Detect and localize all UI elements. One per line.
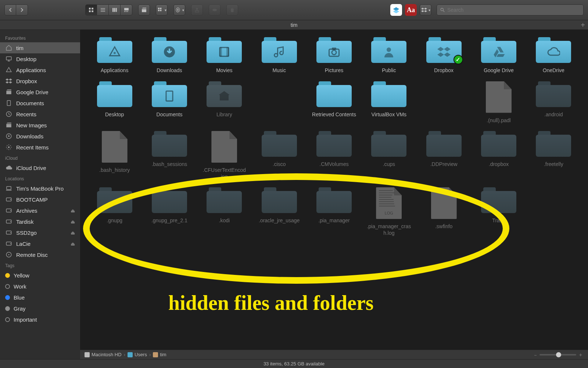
list-view-button[interactable] [97, 4, 109, 15]
sidebar-item-label: Recent Items [16, 144, 49, 151]
file-item[interactable]: .bash_sessions [144, 131, 195, 180]
arrange-button[interactable]: ▾ [156, 4, 168, 15]
file-item[interactable]: Library [199, 81, 250, 124]
file-item[interactable]: Applications [89, 37, 140, 74]
eject-icon[interactable]: ⏏ [71, 230, 75, 236]
sidebar-item-tim[interactable]: tim [0, 42, 80, 53]
forward-button[interactable] [16, 4, 28, 15]
file-item[interactable]: Trash [473, 187, 524, 236]
file-item[interactable]: Movies [199, 37, 250, 74]
file-item[interactable]: .kodi [199, 187, 250, 236]
file-item[interactable]: LOG.pia_manager_crash.log [363, 187, 415, 236]
path-crumb[interactable]: Macintosh HD [85, 352, 122, 357]
back-button[interactable] [4, 4, 16, 15]
file-item[interactable]: Dropbox [418, 37, 469, 74]
file-item[interactable]: .dropbox [473, 131, 524, 180]
app-icon-dictionary[interactable]: Aa [405, 4, 417, 16]
file-item[interactable]: .gnupg [89, 187, 140, 236]
sidebar-item-archives[interactable]: Archives⏏ [0, 205, 80, 216]
file-item[interactable]: Documents [144, 81, 195, 124]
sidebar-item-yellow[interactable]: Yellow [0, 270, 80, 281]
path-crumb[interactable]: tim [153, 352, 166, 357]
file-item[interactable]: VirtualBox VMs [363, 81, 415, 124]
icon-size-slider[interactable]: – + [534, 352, 582, 358]
search-field-wrap[interactable] [437, 4, 584, 15]
file-item[interactable]: .cups [363, 131, 415, 180]
svg-rect-12 [126, 11, 127, 12]
dropbox-menu-button[interactable]: ▾ [420, 4, 431, 15]
file-item[interactable]: .oracle_jre_usage [254, 187, 305, 236]
file-item[interactable]: Music [254, 37, 305, 74]
file-item[interactable]: .pia_manager [308, 187, 359, 236]
sidebar-item-downloads[interactable]: Downloads [0, 131, 80, 142]
sidebar-item-label: Recents [16, 111, 36, 117]
icon-view-button[interactable] [85, 4, 97, 15]
eject-icon[interactable]: ⏏ [71, 241, 75, 247]
group-button[interactable] [138, 4, 150, 15]
sidebar-item-work[interactable]: Work [0, 281, 80, 292]
file-label: .oracle_jre_usage [259, 217, 300, 224]
folder-icon [481, 187, 516, 213]
file-item[interactable]: Desktop [89, 81, 140, 124]
tags-button[interactable] [209, 4, 220, 15]
sidebar-item-remote-disc[interactable]: Remote Disc [0, 249, 80, 260]
sidebar-item-dropbox[interactable]: Dropbox [0, 75, 80, 86]
file-item[interactable]: OneDrive [528, 37, 579, 74]
svg-rect-14 [158, 8, 159, 9]
app-icon-1[interactable] [390, 4, 402, 16]
file-item[interactable]: .CMVolumes [308, 131, 359, 180]
search-input[interactable] [447, 7, 580, 13]
file-item[interactable]: .(null).padl [473, 81, 524, 124]
sidebar-item-label: Dropbox [16, 78, 37, 84]
file-item[interactable]: Public [363, 37, 415, 74]
file-item[interactable]: Downloads [144, 37, 195, 74]
action-button[interactable]: ▾ [173, 4, 185, 15]
sidebar-item-tardisk[interactable]: Tardisk⏏ [0, 216, 80, 227]
sidebar-item-applications[interactable]: Applications [0, 64, 80, 75]
column-view-button[interactable] [109, 4, 121, 15]
file-label: Applications [101, 67, 129, 74]
eject-icon[interactable]: ⏏ [71, 219, 75, 224]
file-item[interactable]: .freetelly [528, 131, 579, 180]
svg-point-18 [177, 9, 179, 11]
tag-dot-icon [5, 317, 10, 322]
sidebar-item-new-images[interactable]: New Images [0, 120, 80, 131]
sidebar-item-tim-s-macbook-pro[interactable]: Tim's MacBook Pro [0, 183, 80, 194]
delete-button[interactable] [226, 4, 238, 15]
sidebar-item-recent-items[interactable]: Recent Items [0, 142, 80, 153]
sidebar-item-blue[interactable]: Blue [0, 292, 80, 303]
file-item[interactable]: .gnupg_pre_2.1 [144, 187, 195, 236]
folder-icon [371, 37, 406, 63]
sidebar-item-important[interactable]: Important [0, 314, 80, 325]
sidebar-item-desktop[interactable]: Desktop [0, 53, 80, 64]
sidebar-item-gray[interactable]: Gray [0, 303, 80, 314]
tag-dot-icon [5, 284, 10, 289]
file-item[interactable]: Retrieved Contents [308, 81, 359, 124]
share-button[interactable] [191, 4, 203, 15]
file-label: Public [382, 67, 396, 74]
file-item[interactable]: .swfinfo [418, 187, 469, 236]
file-label: Desktop [105, 112, 124, 118]
svg-point-38 [10, 232, 11, 233]
status-bar: 33 items, 63.25 GB available [0, 359, 588, 368]
sidebar-item-ssd2go[interactable]: SSD2go⏏ [0, 227, 80, 238]
file-item[interactable]: .bash_history [89, 131, 140, 180]
chevron-right-icon: › [149, 352, 151, 357]
file-item[interactable]: .android [528, 81, 579, 124]
file-item[interactable]: .DDPreview [418, 131, 469, 180]
gallery-view-button[interactable] [121, 4, 132, 15]
sidebar-item-icloud-drive[interactable]: iCloud Drive [0, 162, 80, 173]
file-item[interactable]: .CFUserTextEncoding [199, 131, 250, 180]
sidebar-item-bootcamp[interactable]: BOOTCAMP [0, 194, 80, 205]
new-tab-button[interactable]: + [581, 21, 585, 29]
sidebar-item-documents[interactable]: Documents [0, 98, 80, 109]
sidebar-item-recents[interactable]: Recents [0, 109, 80, 120]
eject-icon[interactable]: ⏏ [71, 208, 75, 213]
sidebar-item-lacie[interactable]: LaCie⏏ [0, 238, 80, 249]
file-item[interactable]: Google Drive [473, 37, 524, 74]
path-crumb[interactable]: Users [128, 352, 147, 357]
file-label: Trash [492, 217, 505, 224]
sidebar-item-google-drive[interactable]: Google Drive [0, 86, 80, 98]
file-item[interactable]: .cisco [254, 131, 305, 180]
file-item[interactable]: Pictures [308, 37, 359, 74]
